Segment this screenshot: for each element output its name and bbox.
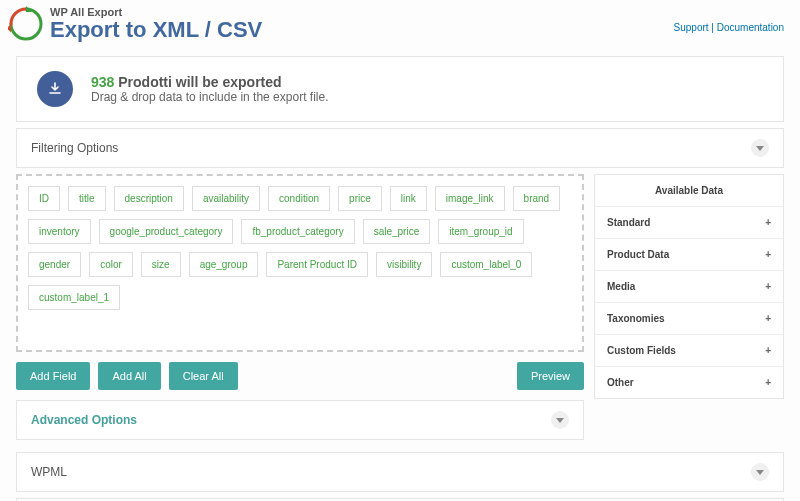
available-data-item[interactable]: Standard+ [595, 207, 783, 239]
plus-icon: + [765, 217, 771, 228]
preview-button[interactable]: Preview [517, 362, 584, 390]
field-chip[interactable]: brand [513, 186, 561, 211]
field-chip[interactable]: link [390, 186, 427, 211]
page-title: Export to XML / CSV [50, 18, 674, 42]
field-chip[interactable]: ID [28, 186, 60, 211]
header-links: Support | Documentation [674, 6, 784, 33]
plus-icon: + [765, 313, 771, 324]
field-chip[interactable]: availability [192, 186, 260, 211]
advanced-options-header[interactable]: Advanced Options [17, 401, 583, 439]
chevron-down-icon [751, 139, 769, 157]
filtering-options-label: Filtering Options [31, 141, 118, 155]
available-data-item[interactable]: Custom Fields+ [595, 335, 783, 367]
page-header: WP All Export Export to XML / CSV Suppor… [0, 0, 800, 50]
title-block: WP All Export Export to XML / CSV [50, 6, 674, 42]
available-data-panel: Available Data Standard+Product Data+Med… [594, 174, 784, 399]
export-count-line: 938 Prodotti will be exported [91, 74, 328, 90]
field-chip[interactable]: gender [28, 252, 81, 277]
export-summary: 938 Prodotti will be exported Drag & dro… [16, 56, 784, 122]
available-data-item-label: Standard [607, 217, 650, 228]
field-actions: Add Field Add All Clear All Preview [16, 362, 584, 390]
available-data-title: Available Data [595, 175, 783, 207]
available-data-item-label: Custom Fields [607, 345, 676, 356]
available-data-item-label: Taxonomies [607, 313, 665, 324]
available-data-item-label: Media [607, 281, 635, 292]
add-all-button[interactable]: Add All [98, 362, 160, 390]
field-chip[interactable]: item_group_id [438, 219, 523, 244]
field-chip[interactable]: age_group [189, 252, 259, 277]
available-data-item[interactable]: Other+ [595, 367, 783, 398]
field-chip[interactable]: Parent Product ID [266, 252, 367, 277]
field-chip[interactable]: fb_product_category [241, 219, 354, 244]
available-data-item-label: Product Data [607, 249, 669, 260]
field-chip[interactable]: custom_label_1 [28, 285, 120, 310]
add-field-button[interactable]: Add Field [16, 362, 90, 390]
app-logo-icon [8, 6, 44, 42]
chevron-down-icon [551, 411, 569, 429]
chevron-down-icon [751, 463, 769, 481]
field-chip[interactable]: size [141, 252, 181, 277]
filtering-options-header[interactable]: Filtering Options [17, 129, 783, 167]
field-chip[interactable]: price [338, 186, 382, 211]
wpml-header[interactable]: WPML [17, 453, 783, 491]
download-icon [37, 71, 73, 107]
fields-drop-zone[interactable]: IDtitledescriptionavailabilityconditionp… [16, 174, 584, 352]
available-data-item-label: Other [607, 377, 634, 388]
plus-icon: + [765, 345, 771, 356]
documentation-link[interactable]: Documentation [717, 22, 784, 33]
plus-icon: + [765, 249, 771, 260]
field-chip[interactable]: condition [268, 186, 330, 211]
field-chip[interactable]: title [68, 186, 106, 211]
filtering-options-panel: Filtering Options [16, 128, 784, 168]
field-chip[interactable]: inventory [28, 219, 91, 244]
wpml-panel: WPML [16, 452, 784, 492]
support-link[interactable]: Support [674, 22, 709, 33]
export-count: 938 [91, 74, 114, 90]
field-chip[interactable]: color [89, 252, 133, 277]
field-chip[interactable]: google_product_category [99, 219, 234, 244]
available-data-item[interactable]: Product Data+ [595, 239, 783, 271]
clear-all-button[interactable]: Clear All [169, 362, 238, 390]
field-chip[interactable]: custom_label_0 [440, 252, 532, 277]
wpml-label: WPML [31, 465, 67, 479]
plus-icon: + [765, 377, 771, 388]
field-chip[interactable]: image_link [435, 186, 505, 211]
export-count-suffix: Prodotti will be exported [118, 74, 281, 90]
export-instructions: Drag & drop data to include in the expor… [91, 90, 328, 104]
available-data-item[interactable]: Media+ [595, 271, 783, 303]
field-chip[interactable]: visibility [376, 252, 432, 277]
plus-icon: + [765, 281, 771, 292]
advanced-options-label: Advanced Options [31, 413, 137, 427]
field-chip[interactable]: sale_price [363, 219, 431, 244]
available-data-item[interactable]: Taxonomies+ [595, 303, 783, 335]
field-chip[interactable]: description [114, 186, 184, 211]
